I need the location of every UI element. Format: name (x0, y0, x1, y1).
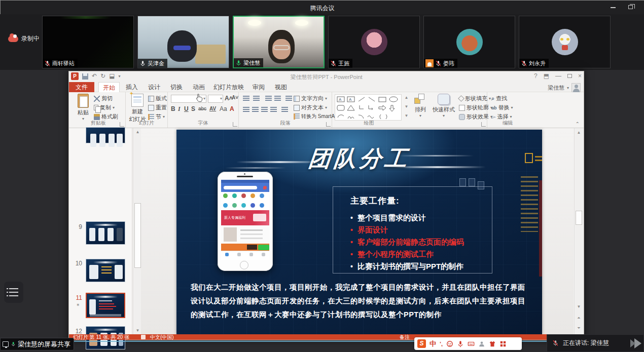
shape-gallery[interactable]: A A (335, 94, 402, 121)
help-icon[interactable]: ? (534, 72, 538, 80)
numbering-icon[interactable] (253, 96, 260, 101)
keyboard-icon[interactable] (468, 340, 475, 347)
scroll-up-icon[interactable]: ▲ (576, 129, 582, 136)
align-center-icon[interactable] (252, 107, 259, 112)
tab-transitions[interactable]: 切换 (166, 82, 187, 92)
workload-heading: 主要工作量: (350, 195, 492, 207)
font-size-combo[interactable] (208, 95, 223, 103)
participant-tile[interactable]: 雨轩驿站 (42, 16, 134, 68)
align-right-icon[interactable] (261, 107, 268, 112)
tab-file[interactable]: 文件 (69, 82, 94, 92)
participant-name: 吴津金 (148, 60, 164, 67)
scrollbar-thumb[interactable] (134, 203, 141, 268)
tab-slideshow[interactable]: 幻灯片放映 (211, 82, 246, 92)
shadow-button[interactable]: S (191, 105, 195, 112)
copy-button[interactable]: 复制 ▾ (94, 104, 115, 111)
punctuation-icon[interactable]: ’, (440, 341, 443, 347)
voice-input-icon[interactable] (457, 340, 464, 347)
chinese-mode-icon[interactable]: 中 (430, 339, 436, 348)
tab-view[interactable]: 视图 (271, 82, 291, 92)
skin-tshirt-icon[interactable] (489, 340, 496, 347)
layout-button[interactable]: 版式 (148, 95, 167, 102)
reset-button[interactable]: 重置 (148, 104, 167, 111)
notes-button[interactable]: 备注 (400, 334, 410, 340)
minimize-icon[interactable] (606, 4, 620, 12)
account-area[interactable]: 梁佳慧 ▾ (548, 83, 581, 92)
shape-fill-button[interactable]: 形状填充 ▾ (459, 95, 491, 102)
change-case-button[interactable]: Aa (220, 105, 227, 112)
replace-button[interactable]: ab 替换 ▾ (491, 104, 513, 111)
font-dialog-launcher-icon[interactable] (233, 122, 237, 127)
slide-thumb-11-selected[interactable] (86, 293, 125, 318)
emoji-icon[interactable] (446, 340, 453, 347)
tab-home[interactable]: 开始 (98, 82, 120, 92)
ppt-restore-icon[interactable] (567, 74, 572, 78)
screen-share-banner[interactable]: 梁佳慧的屏幕共享 (0, 338, 74, 350)
slide-scrollbar[interactable]: ▲ ▼ ⏶ ⏷ (574, 128, 583, 334)
tab-animations[interactable]: 动画 (189, 82, 209, 92)
bold-button[interactable]: B (171, 105, 175, 112)
decrease-indent-icon[interactable] (265, 96, 272, 101)
meeting-list-toggle-button[interactable] (4, 282, 23, 303)
participant-tile[interactable]: 王旌 (328, 16, 420, 68)
italic-button[interactable]: I (178, 105, 181, 113)
columns-icon[interactable] (281, 107, 288, 112)
ribbon-display-icon[interactable]: ⬒ (544, 72, 549, 80)
participant-tile-speaking[interactable]: 梁佳慧 (233, 16, 325, 68)
scroll-down-icon[interactable]: ▼ (576, 303, 582, 310)
arrange-button[interactable]: 排列 ▾ (412, 94, 428, 118)
drawing-dialog-launcher-icon[interactable] (481, 122, 486, 127)
justify-icon[interactable] (270, 107, 277, 112)
sogou-logo-icon[interactable]: S (417, 339, 426, 348)
collapse-ribbon-icon[interactable]: ⌃ (576, 121, 580, 127)
restore-icon[interactable] (624, 4, 637, 12)
next-slide-icon[interactable]: ⏷ (576, 325, 582, 331)
underline-button[interactable]: U (184, 105, 189, 112)
decor-yellow-box (525, 153, 533, 163)
profile-icon[interactable] (478, 340, 485, 347)
app-promo-banner: 新人专属福利 (221, 210, 269, 225)
align-text-button[interactable]: 对齐文本 ▾ (294, 104, 327, 111)
participant-tile[interactable]: 吴津金 (137, 16, 229, 68)
language-indicator[interactable]: 中文(中国) (150, 334, 174, 340)
scrollbar-thumb[interactable] (576, 211, 582, 225)
gallery-up-icon[interactable]: ▲ (403, 94, 410, 101)
toolbox-grid-icon[interactable] (499, 340, 507, 347)
participant-tile[interactable]: 刘永升 (519, 16, 611, 68)
tab-review[interactable]: 审阅 (248, 82, 269, 92)
increase-indent-icon[interactable] (274, 96, 281, 101)
slide-thumb-8-partial[interactable] (86, 127, 125, 143)
gallery-down-icon[interactable]: ▼ (403, 103, 410, 110)
find-button[interactable]: ⌕ 查找 (491, 95, 507, 102)
line-spacing-icon[interactable] (285, 96, 292, 101)
thumbnail-scrollbar[interactable]: ▲ ▼ (133, 128, 141, 334)
paragraph-dialog-launcher-icon[interactable] (326, 122, 331, 127)
spellcheck-icon[interactable] (141, 335, 146, 339)
paste-button[interactable]: 粘贴 ▾ (75, 94, 92, 121)
scroll-down-icon[interactable]: ▼ (134, 327, 141, 334)
gallery-more-icon[interactable]: ▼ (403, 112, 410, 119)
cut-button[interactable]: 剪切 (94, 95, 113, 102)
clipboard-dialog-launcher-icon[interactable] (120, 122, 124, 127)
slide-canvas[interactable]: 团队分工 新人专属福利 (176, 130, 542, 335)
group-editing: ⌕ 查找 ab 替换 ▾ ▻ 选择 ▾ 编辑 (487, 92, 528, 128)
input-method-toolbar[interactable]: S 中 ’, (414, 337, 522, 350)
shrink-font-button[interactable]: A˅ (232, 95, 238, 100)
powerpoint-window: P ↶ ↻ ⬓ ▾ 梁佳慧答辩PPT - PowerPoint ? ⬒ — × … (68, 71, 584, 340)
ppt-minimize-icon[interactable]: — (555, 72, 561, 80)
tab-design[interactable]: 设计 (144, 82, 164, 92)
slide-thumb-9[interactable] (86, 221, 125, 245)
text-direction-button[interactable]: 文字方向 ▾ (294, 95, 327, 102)
slide-thumb-10[interactable] (86, 259, 125, 282)
ppt-close-icon[interactable]: × (578, 72, 582, 80)
font-color-button[interactable]: A (230, 105, 234, 112)
strikethrough-button[interactable]: abc (198, 106, 206, 111)
new-slide-button[interactable]: 新建 幻灯片 (128, 94, 147, 123)
scroll-up-icon[interactable]: ▲ (134, 129, 141, 135)
bullets-icon[interactable] (243, 96, 249, 101)
character-spacing-button[interactable]: AV (209, 106, 216, 111)
previous-slide-icon[interactable]: ⏶ (576, 315, 582, 321)
participant-tile[interactable]: 娄玮 (423, 16, 515, 68)
align-left-icon[interactable] (243, 107, 249, 112)
quick-styles-button[interactable]: 快速样式 ▾ (431, 94, 457, 118)
